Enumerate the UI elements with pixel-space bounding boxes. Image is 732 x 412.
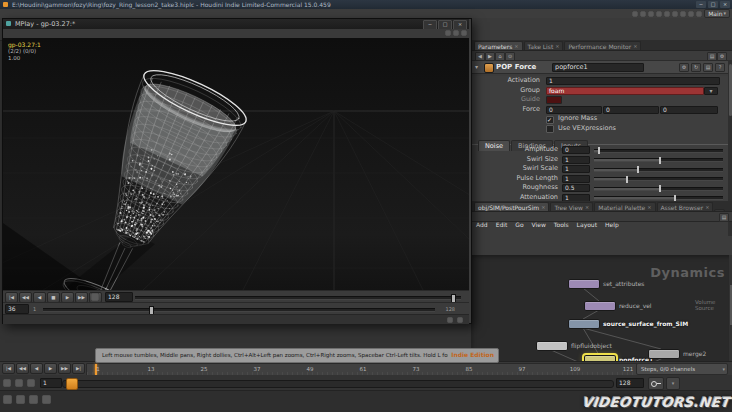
set-key-button[interactable] (648, 377, 664, 390)
toolbar-icon[interactable] (680, 11, 686, 17)
gear-icon[interactable]: ⚙ (679, 63, 689, 72)
node-flipfluidobject[interactable]: flipfluidobject (536, 341, 568, 351)
mplay-end-frame-field[interactable]: 128 (105, 292, 133, 302)
minimize-button[interactable]: ─ (696, 1, 706, 8)
close-button[interactable]: × (720, 1, 730, 8)
global-anim-icon-2[interactable] (16, 395, 25, 404)
roughness-field[interactable]: 0.5 (562, 184, 590, 192)
toolbar-icon[interactable] (648, 11, 654, 17)
home-icon[interactable]: ⌂ (495, 52, 505, 61)
pane-tab-0[interactable]: Parameters× (474, 41, 523, 50)
mplay-toolbar-icon[interactable] (445, 30, 451, 36)
activation-field[interactable]: 1 (546, 77, 720, 85)
frame-range-slider[interactable] (62, 380, 614, 388)
mplay-scrub-track[interactable] (135, 296, 461, 300)
reload-icon[interactable]: ↻ (691, 63, 701, 72)
amplitude-slider[interactable] (594, 149, 723, 153)
mplay-viewport[interactable]: gp-03.27:1 (2/2) (0/0) 1.00 (3, 38, 469, 290)
network-menu-layout[interactable]: Layout (573, 220, 601, 229)
slider-handle[interactable] (626, 176, 628, 183)
timeline-transport-button-2[interactable]: ◀ (30, 363, 43, 374)
force-x-field[interactable]: 0 (546, 106, 602, 114)
mplay-toolbar-icon[interactable] (453, 30, 459, 36)
info-icon[interactable] (447, 317, 453, 323)
network-tab-1[interactable]: Tree View× (550, 202, 593, 211)
toolbar-icon[interactable] (664, 11, 670, 17)
network-menu-icon[interactable]: ▤ (719, 213, 729, 222)
key-options-dropdown[interactable]: ▾ (666, 377, 680, 390)
global-anim-icon-3[interactable] (29, 395, 38, 404)
settings-icon[interactable] (457, 317, 463, 323)
network-menu-edit[interactable]: Edit (492, 220, 512, 229)
menu-icon[interactable]: ▤ (703, 63, 713, 72)
maximize-button[interactable]: □ (708, 1, 718, 8)
audio-toggle-icon[interactable] (15, 379, 23, 387)
group-dropdown-icon[interactable]: ▾ (704, 87, 718, 95)
force-y-field[interactable]: 0 (603, 106, 659, 114)
menu-icon[interactable]: ▤ (707, 52, 717, 61)
toolbar-icon[interactable] (672, 11, 678, 17)
network-tab-2[interactable]: Material Palette× (594, 202, 655, 211)
global-anim-icon-1[interactable] (3, 395, 12, 404)
close-tab-icon[interactable]: × (633, 43, 637, 49)
gear-icon[interactable]: ⚙ (717, 52, 727, 61)
node-set_attributes[interactable]: set_attributes (568, 279, 600, 289)
pulse-length-slider[interactable] (594, 177, 723, 181)
close-tab-icon[interactable]: × (555, 43, 559, 49)
mplay-frame-slider[interactable] (43, 308, 435, 312)
use-vexpressions-checkbox[interactable] (546, 125, 554, 133)
swirl-size-slider[interactable] (594, 158, 723, 162)
toolbar-icon[interactable] (696, 11, 702, 17)
attenuation-slider[interactable] (594, 196, 723, 200)
force-z-field[interactable]: 0 (660, 106, 718, 114)
close-tab-icon[interactable]: × (585, 204, 589, 210)
guide-color-swatch[interactable] (546, 96, 562, 104)
slider-handle[interactable] (598, 147, 600, 154)
close-tab-icon[interactable]: × (705, 204, 709, 210)
forward-icon[interactable]: ▶ (485, 52, 495, 61)
realtime-toggle-icon[interactable] (3, 379, 11, 387)
swirl-size-field[interactable]: 1 (562, 156, 590, 164)
current-frame-handle[interactable] (66, 378, 78, 390)
steps-channels-dropdown[interactable]: Steps, 0/0 channels ▾ (636, 363, 728, 375)
mplay-title-bar[interactable]: MPlay - gp-03.27:* ─ □ × (3, 19, 469, 29)
timeline-transport-button-4[interactable]: ▶▶ (58, 363, 71, 374)
node-merge2[interactable]: merge2 (648, 349, 680, 359)
network-menu-go[interactable]: Go (511, 220, 527, 229)
loop-toggle-icon[interactable] (91, 293, 99, 301)
node-source_surface_from_SIM[interactable]: source_surface_from_SIM (568, 319, 600, 329)
slider-handle[interactable] (637, 166, 639, 173)
network-menu-help[interactable]: Help (601, 220, 623, 229)
swirl-scale-field[interactable]: 1 (562, 165, 590, 173)
network-tab-0[interactable]: obj/SIM/PostPourSim× (474, 202, 549, 211)
mplay-toolbar-icon[interactable] (461, 30, 467, 36)
pin-icon[interactable]: ⊙ (505, 52, 515, 61)
simcache-toggle-icon[interactable] (27, 379, 35, 387)
network-menu-add[interactable]: Add (472, 220, 492, 229)
back-icon[interactable]: ◀ (475, 52, 485, 61)
node-name-field[interactable]: popforce1 (552, 63, 644, 72)
network-menu-tools[interactable]: Tools (550, 220, 573, 229)
amplitude-field[interactable]: 0 (562, 146, 590, 154)
timeline-transport-button-0[interactable]: |◀ (2, 363, 15, 374)
close-tab-icon[interactable]: × (647, 204, 651, 210)
toolbar-icon[interactable] (656, 11, 662, 17)
close-tab-icon[interactable]: × (514, 43, 518, 49)
toolbar-icon[interactable] (640, 11, 646, 17)
roughness-slider[interactable] (594, 187, 723, 191)
pane-tab-2[interactable]: Performance Monitor× (564, 41, 641, 50)
desktop-selector[interactable]: Main ▾ (704, 9, 730, 18)
ignore-mass-checkbox[interactable]: ✓ (546, 116, 554, 124)
timeline-transport-button-5[interactable]: ▶| (72, 363, 85, 374)
slider-handle[interactable] (659, 157, 661, 164)
mplay-frame-field[interactable]: 36 (5, 304, 29, 314)
playback-end-field[interactable]: 128 (616, 378, 644, 388)
global-anim-icon-4[interactable] (42, 395, 51, 404)
network-menu-view[interactable]: View (528, 220, 550, 229)
collapse-arrow-icon[interactable]: ▾ (475, 61, 478, 73)
toolbar-icon[interactable] (632, 11, 638, 17)
timeline-transport-button-1[interactable]: ◀◀ (16, 363, 29, 374)
slider-handle[interactable] (659, 185, 661, 192)
swirl-scale-slider[interactable] (594, 168, 723, 172)
network-tab-3[interactable]: Asset Browser× (657, 202, 714, 211)
